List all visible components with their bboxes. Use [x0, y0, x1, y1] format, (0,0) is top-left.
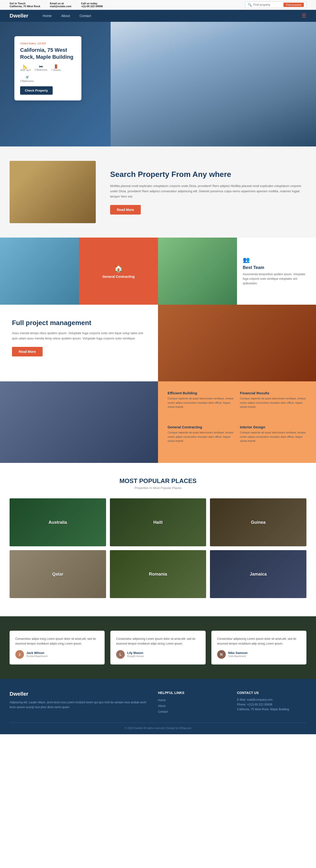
rooms-icon: 🚪 — [51, 64, 61, 69]
feature-general-contracting: General Contracting Cumque sapiente ab q… — [168, 425, 234, 453]
project-management-section: Full project management Assu menda tempo… — [0, 305, 316, 381]
contracting-home-icon: 🏠 — [114, 264, 123, 273]
testimonial-2-role: Bought House — [127, 655, 144, 657]
footer-contact-heading: CONTACT US — [237, 691, 307, 695]
hero-building-image — [111, 22, 316, 147]
search-section-text: Mollitia placeat modi explicabo voluptat… — [110, 183, 307, 199]
best-team-icon: 👥 — [243, 256, 310, 263]
general-contracting-title: General Contracting — [168, 425, 234, 429]
stat-bedrooms: 🛏 2 Bedrooms — [34, 64, 47, 71]
project-text: Assu menda tempo ribus quidem ipsum. Vol… — [12, 331, 146, 341]
bedrooms-icon: 🛏 — [34, 64, 47, 68]
search-property-section: Search Property From Any where Mollitia … — [0, 147, 316, 238]
check-property-button[interactable]: Check Property — [20, 86, 52, 95]
footer-email: E-Mail: mail@company.com — [237, 698, 307, 702]
testimonial-3: Consectetur adipiscing Lorem ipsum dolor… — [211, 631, 307, 664]
place-australia-name: Australia — [48, 520, 67, 525]
search-section-image — [9, 161, 96, 223]
testimonial-1-info: Jack Wilson Rented Apartment — [26, 651, 48, 657]
footer-links-heading: HELPFUL LINKS — [158, 691, 227, 695]
project-title: Full project management — [12, 319, 146, 327]
places-row-1: Australia Haiti Guinea — [9, 498, 307, 546]
testimonial-1-text: Consectetur adipis icing Lorem ipsum dol… — [15, 637, 99, 646]
place-romania-name: Romania — [149, 572, 167, 577]
place-qatar[interactable]: Qatar — [9, 550, 106, 598]
project-read-more-button[interactable]: Read More — [12, 347, 43, 356]
feature-right-image — [158, 238, 237, 305]
brand-logo: Dweller — [9, 13, 28, 19]
place-qatar-overlay: Qatar — [9, 550, 106, 598]
footer-phone: Phone: +(12)-00 222 00008 — [237, 703, 307, 706]
place-australia-overlay: Australia — [9, 498, 106, 546]
hero-location: United States, CA 902 — [20, 42, 76, 45]
stat-bathrooms: 🚿 3 Bathrooms — [20, 75, 34, 83]
search-read-more-button[interactable]: Read More — [110, 205, 141, 215]
project-image — [158, 305, 316, 381]
features-aerial-image — [0, 381, 158, 463]
call-info: Call us today +(1)-00 222 00008 — [81, 2, 103, 8]
place-haiti[interactable]: Haiti — [110, 498, 206, 546]
footer-copyright: © 2020 Dweller All rights reserved | Des… — [9, 722, 307, 730]
testimonial-3-name: Nike Samson — [228, 651, 248, 655]
testimonials-grid: Consectetur adipis icing Lorem ipsum dol… — [9, 631, 307, 664]
place-jamaica[interactable]: Jamaica — [210, 550, 307, 598]
top-bar: Get in Touch California, 75 West Rock Em… — [0, 0, 316, 10]
footer-link-contact[interactable]: Contact — [158, 710, 227, 713]
features-list-section: Efficient Building Cumque sapiente ab qu… — [0, 381, 316, 463]
best-team-text: Assumenda temporibus quidem ipsum. Volup… — [243, 272, 310, 286]
footer-links-list: Home About Contact — [158, 698, 227, 713]
nav-links: Home About Contact — [43, 14, 91, 18]
stat-sqft: 📐 1600 sq.ft — [20, 64, 31, 71]
footer: Dweller Adipiscing elit. Laude nitium, a… — [0, 679, 316, 734]
testimonial-2-author: L Lily Maxon Bought House — [116, 650, 200, 659]
project-content: Full project management Assu menda tempo… — [0, 305, 158, 381]
testimonial-1: Consectetur adipis icing Lorem ipsum dol… — [9, 631, 105, 664]
footer-link-home[interactable]: Home — [158, 698, 227, 702]
interior-design-title: Interior Design — [240, 425, 307, 429]
financial-results-text: Cumque sapiente ab quasi labociosam simi… — [240, 397, 307, 409]
testimonial-2-text: Consectetur adipiscing Lorem ipsum dolor… — [116, 637, 200, 646]
footer-link-about[interactable]: About — [158, 704, 227, 708]
popular-header: MOST POPULAR PLACES Properties In Most P… — [9, 477, 307, 490]
testimonials-section: Consectetur adipis icing Lorem ipsum dol… — [0, 616, 316, 679]
efficient-building-text: Cumque sapiente ab quasi labociosam simi… — [168, 397, 234, 409]
place-qatar-name: Qatar — [52, 572, 64, 577]
sqft-icon: 📐 — [20, 64, 31, 69]
places-row-2: Qatar Romania Jamaica — [9, 550, 307, 598]
place-romania-overlay: Romania — [110, 550, 206, 598]
get-in-touch: Get in Touch California, 75 West Rock — [9, 2, 40, 8]
place-romania[interactable]: Romania — [110, 550, 206, 598]
search-button[interactable]: Find property — [283, 3, 304, 7]
feature-interior-design: Interior Design Cumque sapiente ab quasi… — [240, 425, 307, 453]
footer-links-column: HELPFUL LINKS Home About Contact — [158, 691, 227, 715]
testimonial-3-info: Nike Samson Sold Apartment — [228, 651, 248, 657]
hamburger-icon[interactable]: ☰ — [302, 13, 307, 19]
place-haiti-overlay: Haiti — [110, 498, 206, 546]
popular-subtitle: Properties In Most Popular Places — [9, 486, 307, 490]
testimonial-2: Consectetur adipiscing Lorem ipsum dolor… — [110, 631, 205, 664]
place-australia[interactable]: Australia — [9, 498, 106, 546]
place-guinea-name: Guinea — [251, 520, 266, 525]
testimonial-2-info: Lily Maxon Bought House — [127, 651, 144, 657]
testimonial-1-author: J Jack Wilson Rented Apartment — [15, 650, 99, 659]
search-icon: 🔍 — [248, 3, 252, 7]
place-guinea-overlay: Guinea — [210, 498, 307, 546]
testimonial-3-author: N Nike Samson Sold Apartment — [217, 650, 301, 659]
nav-contact[interactable]: Contact — [79, 14, 91, 18]
testimonial-2-name: Lily Maxon — [127, 651, 144, 655]
efficient-building-title: Efficient Building — [168, 391, 234, 395]
nav-home[interactable]: Home — [43, 14, 51, 18]
footer-contact-column: CONTACT US E-Mail: mail@company.com Phon… — [237, 691, 307, 715]
nav-about[interactable]: About — [61, 14, 70, 18]
place-guinea[interactable]: Guinea — [210, 498, 307, 546]
bathrooms-icon: 🚿 — [20, 75, 34, 80]
interior-design-text: Cumque sapiente ab quasi labociosam simi… — [240, 431, 307, 443]
search-input[interactable] — [253, 3, 282, 6]
search-section-title: Search Property From Any where — [110, 169, 307, 180]
property-search-bar[interactable]: 🔍 Find property — [245, 1, 307, 8]
feature-efficient-building: Efficient Building Cumque sapiente ab qu… — [168, 391, 234, 419]
financial-results-title: Financial Results — [240, 391, 307, 395]
place-jamaica-name: Jamaica — [250, 572, 267, 577]
contracting-label: General Contracting — [102, 275, 135, 279]
hero-property-title: California, 75 West Rock, Maple Building — [20, 47, 76, 60]
